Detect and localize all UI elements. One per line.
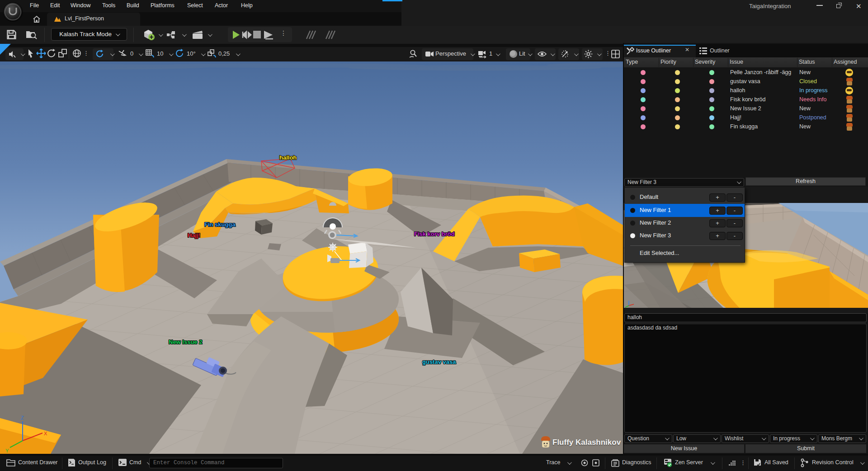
- svg-text:X: X: [44, 431, 47, 436]
- svg-text:Z: Z: [21, 415, 24, 420]
- svg-text:Y: Y: [5, 448, 9, 453]
